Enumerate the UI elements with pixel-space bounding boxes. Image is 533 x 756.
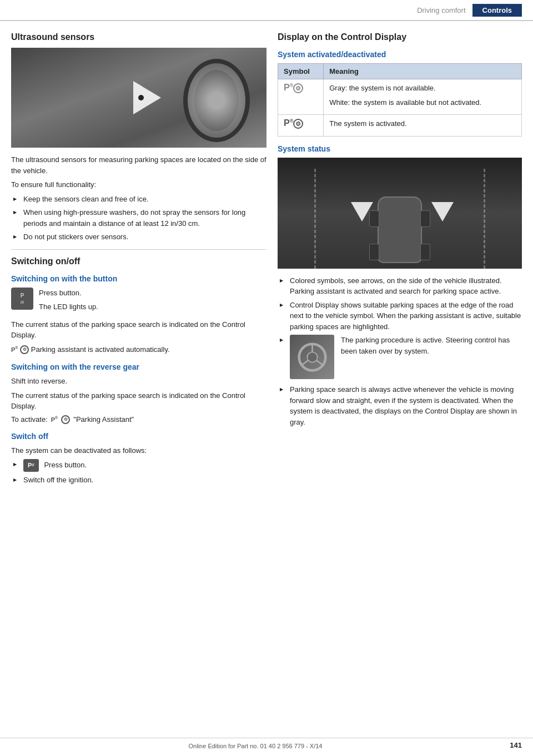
activate-label-text: "Parking Assistant"	[73, 415, 134, 424]
functionality-intro: To ensure full functionality:	[11, 179, 266, 190]
left-column: Ultrasound sensors The ultrasound sensor…	[11, 32, 266, 490]
main-content: Ultrasound sensors The ultrasound sensor…	[0, 21, 533, 501]
bullet-item-1: Keep the sensors clean and free of ice.	[11, 194, 266, 205]
status-bullet-2: Control Display shows suitable parking s…	[278, 300, 522, 332]
meaning-cell-1: Gray: the system is not available. White…	[324, 79, 522, 115]
press-btn-icon-off: P//	[23, 459, 39, 472]
status-bullet-3: The parking procedure is active. Steerin…	[278, 335, 522, 381]
bullet-list-off: P// Press button. Switch off the ignitio…	[11, 459, 266, 485]
status-text-1: The current status of the parking space …	[11, 319, 266, 341]
steering-wheel-svg	[297, 342, 328, 372]
system-activated-title: System activated/deactivated	[278, 50, 522, 59]
svg-line-4	[316, 360, 322, 365]
intro-text: The ultrasound sensors for measuring par…	[11, 154, 266, 176]
page-header: Driving comfort Controls	[0, 0, 533, 21]
status-bullet-4: Parking space search is always active wh…	[278, 384, 522, 427]
header-driving-comfort: Driving comfort	[417, 6, 472, 14]
press-button-row: P/// Press button. The LED lights up.	[11, 288, 266, 316]
footer-text: Online Edition for Part no. 01 40 2 956 …	[189, 743, 323, 749]
meaning-gray: Gray: the system is not available.	[329, 83, 516, 94]
bullet-off-1: P// Press button.	[11, 459, 266, 472]
gear-symbol-activate: ⚙	[61, 415, 70, 424]
status-bullet-list: Colored symbols, see arrows, on the side…	[278, 275, 522, 428]
bullet-list-sensors: Keep the sensors clean and free of ice. …	[11, 194, 266, 243]
parking-button-icon: P///	[11, 288, 33, 310]
system-status-image	[278, 158, 522, 269]
press-button-label: Press button.	[39, 288, 98, 299]
left-status-arrow	[351, 202, 373, 221]
right-status-arrow	[431, 202, 454, 221]
right-column: Display on the Control Display System ac…	[278, 32, 522, 490]
divider-1	[11, 249, 266, 250]
col-symbol: Symbol	[278, 64, 324, 79]
col-meaning: Meaning	[324, 64, 522, 79]
ultrasound-image	[11, 48, 266, 148]
status-bullet-3-text: The parking procedure is active. Steerin…	[341, 336, 510, 355]
header-controls: Controls	[472, 4, 522, 17]
p-icon-activate: P®	[51, 416, 58, 423]
page-footer: Online Edition for Part no. 01 40 2 956 …	[0, 738, 533, 749]
system-status-title: System status	[278, 144, 522, 153]
display-section-title: Display on the Control Display	[278, 32, 522, 42]
to-activate-label: To activate:	[11, 415, 48, 424]
svg-line-3	[302, 360, 308, 365]
symbol-cell-2: P®⚙	[278, 115, 324, 137]
meaning-cell-2: The system is activated.	[324, 115, 522, 137]
bullet-off-2: Switch off the ignition.	[11, 475, 266, 486]
deactivate-text: The system can be deactivated as follows…	[11, 445, 266, 456]
shift-reverse: Shift into reverse.	[11, 376, 266, 387]
table-row-2: P®⚙ The system is activated.	[278, 115, 522, 137]
steering-row: The parking procedure is active. Steerin…	[290, 335, 522, 381]
bullet-item-3: Do not put stickers over sensors.	[11, 231, 266, 243]
status-bullet-1: Colored symbols, see arrows, on the side…	[278, 275, 522, 297]
meaning-activated: The system is activated.	[329, 118, 516, 129]
switch-off-title: Switch off	[11, 432, 266, 441]
led-lights-label: The LED lights up.	[39, 301, 98, 313]
press-btn-off-label: Press button.	[44, 461, 87, 469]
table-row-1: P®⚙ Gray: the system is not available. W…	[278, 79, 522, 115]
ultrasound-section-title: Ultrasound sensors	[11, 32, 266, 42]
symbol-table: Symbol Meaning P®⚙ Gray: the system is n…	[278, 63, 522, 137]
auto-activate: P® ⚙ Parking assistant is activated auto…	[11, 344, 266, 355]
symbol-cell-1: P®⚙	[278, 79, 324, 115]
gear-symbol-auto: ⚙	[20, 345, 29, 354]
activate-line: To activate: P® ⚙ "Parking Assistant"	[11, 415, 266, 424]
svg-point-1	[307, 352, 317, 362]
page-number: 141	[510, 741, 522, 749]
switching-title: Switching on/off	[11, 256, 266, 266]
switch-reverse-title: Switching on with the reverse gear	[11, 362, 266, 371]
press-button-text: Press button. The LED lights up.	[39, 288, 98, 316]
meaning-white: White: the system is available but not a…	[329, 97, 516, 108]
bullet-item-2: When using high-pressure washers, do not…	[11, 207, 266, 229]
steering-wheel-image	[290, 335, 334, 379]
p-icon-auto: P®	[11, 346, 18, 353]
status-text-2: The current status of the parking space …	[11, 390, 266, 412]
switch-on-button-title: Switching on with the button	[11, 274, 266, 283]
auto-activate-text: Parking assistant is activated automatic…	[31, 345, 170, 354]
